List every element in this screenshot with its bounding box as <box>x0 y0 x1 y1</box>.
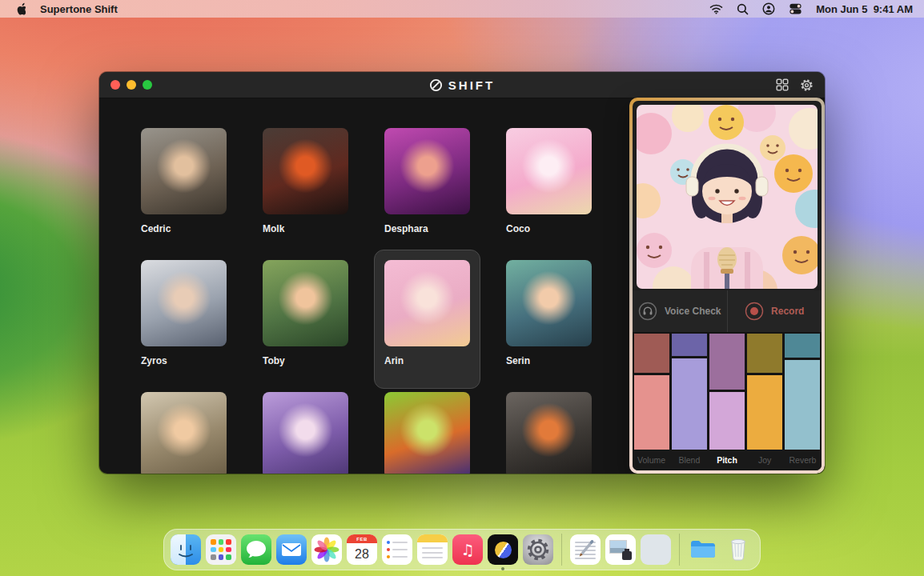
dock-mail-icon[interactable] <box>276 534 307 565</box>
settings-icon[interactable] <box>800 78 814 92</box>
dock-notes-icon[interactable] <box>417 534 448 565</box>
character-grid: CedricMolkDespharaCocoZyrosTobyArinSerin <box>99 98 629 474</box>
minimize-button[interactable] <box>127 80 136 90</box>
slider-label-blend[interactable]: Blend <box>670 455 708 465</box>
voice-check-button[interactable]: Voice Check <box>633 290 728 332</box>
slider-fill <box>747 375 782 450</box>
dock-music-icon[interactable]: ♫ <box>452 534 483 565</box>
calendar-day: 28 <box>347 543 377 565</box>
traffic-lights <box>110 72 152 98</box>
character-image <box>141 392 227 474</box>
slider-blend[interactable] <box>672 334 707 450</box>
grid-view-icon[interactable] <box>776 78 789 91</box>
character-image <box>384 260 470 346</box>
dock-textedit-icon[interactable] <box>570 534 601 565</box>
character-name: Zyros <box>141 355 227 366</box>
character-name: Arin <box>384 355 470 366</box>
shift-logo-text: SHIFT <box>448 78 495 92</box>
dock-trash-icon[interactable] <box>723 534 753 565</box>
character-image <box>384 392 470 474</box>
character-name: Cedric <box>141 223 227 234</box>
character-image <box>263 128 348 214</box>
dock-divider <box>561 534 562 566</box>
slider-labels: VolumeBlendPitchJoyReverb <box>633 450 822 470</box>
character-card-serin[interactable]: Serin <box>506 260 592 366</box>
slider-track <box>785 334 820 358</box>
slider-label-reverb[interactable]: Reverb <box>784 455 822 465</box>
character-image <box>384 128 470 214</box>
character-image <box>141 260 227 346</box>
character-card-zyros[interactable]: Zyros <box>141 260 227 366</box>
slider-label-joy[interactable]: Joy <box>746 455 784 465</box>
character-name: Molk <box>263 223 348 234</box>
voice-sliders <box>633 334 822 450</box>
control-center-icon[interactable] <box>789 2 802 15</box>
dock-messages-icon[interactable] <box>241 534 271 565</box>
character-name: Toby <box>263 355 348 366</box>
dock-image-document-icon[interactable] <box>605 534 636 565</box>
desktop: Supertone Shift Mon Jun 5 9:41 AM <box>0 0 924 576</box>
wifi-icon[interactable] <box>709 3 723 14</box>
dock-photos-icon[interactable] <box>311 534 342 565</box>
dock-folder-icon[interactable] <box>688 534 718 565</box>
character-card-molk[interactable]: Molk <box>263 128 348 234</box>
character-portrait-arin <box>637 105 818 289</box>
supertone-shift-window: SHIFT CedricMolkDespharaCocoZyrosTobyAri… <box>99 72 825 474</box>
character-image <box>506 128 592 214</box>
character-card-unnamed-10[interactable] <box>384 392 470 474</box>
dock-supertone-shift-icon[interactable] <box>488 534 518 565</box>
character-image <box>506 260 592 346</box>
menu-bar-app-name[interactable]: Supertone Shift <box>40 3 118 15</box>
shift-logo: SHIFT <box>99 72 825 98</box>
record-button[interactable]: Record <box>728 290 822 332</box>
character-card-coco[interactable]: Coco <box>506 128 592 234</box>
character-card-desphara[interactable]: Desphara <box>384 128 470 234</box>
user-switch-icon[interactable] <box>762 2 775 15</box>
character-name: Desphara <box>384 223 470 234</box>
character-card-toby[interactable]: Toby <box>263 260 348 366</box>
dock-system-settings-icon[interactable] <box>523 534 553 565</box>
slider-label-volume[interactable]: Volume <box>633 455 670 465</box>
slider-joy[interactable] <box>747 334 782 450</box>
dock-calendar-icon[interactable]: FEB28 <box>347 534 377 565</box>
character-name: Serin <box>506 355 592 366</box>
slider-label-pitch[interactable]: Pitch <box>708 455 745 465</box>
voice-check-label: Voice Check <box>665 306 721 317</box>
dock-finder-icon[interactable] <box>171 534 201 565</box>
character-image <box>141 128 227 214</box>
character-image <box>263 260 348 346</box>
slider-volume[interactable] <box>634 334 669 450</box>
character-card-unnamed-11[interactable] <box>506 392 592 474</box>
search-icon[interactable] <box>737 3 749 15</box>
slider-track <box>672 334 707 356</box>
character-card-cedric[interactable]: Cedric <box>141 128 227 234</box>
menu-bar-clock[interactable]: Mon Jun 5 9:41 AM <box>816 3 913 15</box>
record-icon <box>745 302 764 321</box>
panel-buttons: Voice Check Record <box>633 290 822 334</box>
slider-pitch[interactable] <box>709 334 745 450</box>
character-card-arin[interactable]: Arin <box>384 260 470 366</box>
shift-logo-icon <box>429 78 443 92</box>
slider-fill <box>785 360 820 450</box>
character-grid-area: CedricMolkDespharaCocoZyrosTobyArinSerin <box>99 98 629 474</box>
running-indicator <box>501 567 504 570</box>
character-image <box>506 392 592 474</box>
dock-reminders-icon[interactable] <box>382 534 412 565</box>
slider-fill <box>634 375 669 450</box>
dock-launchpad-icon[interactable] <box>206 534 236 565</box>
close-button[interactable] <box>110 80 120 90</box>
slider-reverb[interactable] <box>785 334 820 450</box>
dock-blank-document-icon[interactable] <box>641 534 671 565</box>
apple-menu-icon[interactable] <box>14 2 26 15</box>
voice-panel: Voice Check Record VolumeBlendPitchJoyRe… <box>629 98 825 474</box>
slider-fill <box>672 358 707 450</box>
character-image <box>263 392 348 474</box>
zoom-button[interactable] <box>143 80 152 90</box>
character-card-unnamed-9[interactable] <box>263 392 348 474</box>
character-card-unnamed-8[interactable] <box>141 392 227 474</box>
menu-bar: Supertone Shift Mon Jun 5 9:41 AM <box>0 0 924 18</box>
character-name: Coco <box>506 223 592 234</box>
slider-fill <box>709 392 745 450</box>
slider-track <box>709 334 745 390</box>
slider-track <box>634 334 669 373</box>
